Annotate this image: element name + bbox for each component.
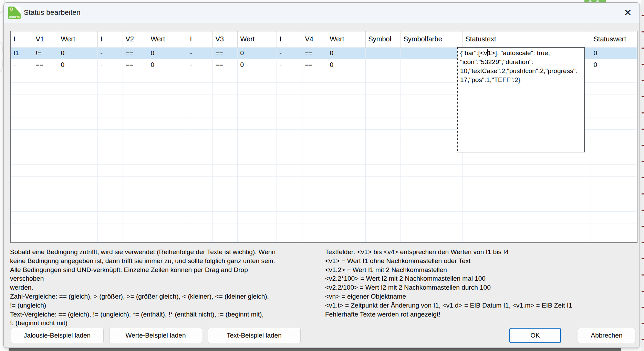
- table-cell[interactable]: [97, 153, 123, 164]
- table-cell[interactable]: [148, 71, 187, 82]
- table-cell[interactable]: [401, 176, 463, 188]
- table-cell[interactable]: [237, 200, 277, 211]
- table-cell[interactable]: [237, 176, 277, 188]
- table-cell[interactable]: -: [11, 59, 33, 71]
- table-cell[interactable]: [148, 164, 187, 176]
- table-cell[interactable]: [237, 235, 277, 243]
- table-cell[interactable]: [591, 211, 637, 223]
- table-cell[interactable]: [327, 235, 365, 243]
- table-cell[interactable]: [97, 82, 123, 94]
- table-cell[interactable]: [365, 106, 401, 118]
- table-cell[interactable]: ==: [123, 59, 148, 71]
- table-cell[interactable]: [33, 188, 58, 200]
- table-cell[interactable]: [33, 118, 58, 129]
- table-cell[interactable]: [365, 153, 401, 164]
- table-cell[interactable]: [327, 118, 365, 129]
- table-cell[interactable]: [591, 94, 637, 106]
- table-cell[interactable]: [302, 82, 327, 94]
- table-cell[interactable]: [212, 223, 237, 235]
- table-cell[interactable]: [401, 82, 463, 94]
- table-cell[interactable]: [33, 106, 58, 118]
- table-cell[interactable]: [58, 188, 97, 200]
- table-cell[interactable]: [365, 82, 401, 94]
- table-cell[interactable]: [591, 223, 637, 235]
- table-cell[interactable]: [187, 164, 212, 176]
- table-cell[interactable]: [58, 223, 97, 235]
- table-cell[interactable]: [237, 82, 277, 94]
- table-cell[interactable]: [463, 164, 591, 176]
- table-cell[interactable]: [237, 164, 277, 176]
- table-cell[interactable]: [33, 82, 58, 94]
- table-cell[interactable]: [463, 188, 591, 200]
- table-row-empty[interactable]: [11, 188, 637, 200]
- table-cell[interactable]: [365, 188, 401, 200]
- table-cell[interactable]: [123, 235, 148, 243]
- table-cell[interactable]: [302, 235, 327, 243]
- table-cell[interactable]: [302, 188, 327, 200]
- table-cell[interactable]: 0: [591, 59, 637, 71]
- table-cell[interactable]: ==: [33, 59, 58, 71]
- table-cell[interactable]: [11, 82, 33, 94]
- table-cell[interactable]: [365, 176, 401, 188]
- table-cell[interactable]: [11, 153, 33, 164]
- table-cell[interactable]: [463, 153, 591, 164]
- table-cell[interactable]: [58, 164, 97, 176]
- table-cell[interactable]: [148, 153, 187, 164]
- table-cell[interactable]: [148, 141, 187, 153]
- table-cell[interactable]: [33, 141, 58, 153]
- table-cell[interactable]: [237, 118, 277, 129]
- table-cell[interactable]: [148, 176, 187, 188]
- table-cell[interactable]: [591, 164, 637, 176]
- table-cell[interactable]: [33, 223, 58, 235]
- table-cell[interactable]: 0: [327, 59, 365, 71]
- table-cell[interactable]: [212, 118, 237, 129]
- table-cell[interactable]: [327, 223, 365, 235]
- table-cell[interactable]: [401, 223, 463, 235]
- table-cell[interactable]: [58, 176, 97, 188]
- table-cell[interactable]: [123, 94, 148, 106]
- table-cell[interactable]: -: [187, 59, 212, 71]
- table-cell[interactable]: [148, 223, 187, 235]
- table-cell[interactable]: [148, 82, 187, 94]
- table-cell[interactable]: [591, 141, 637, 153]
- table-cell[interactable]: [11, 235, 33, 243]
- table-cell[interactable]: [591, 106, 637, 118]
- table-cell[interactable]: [58, 235, 97, 243]
- ok-button[interactable]: OK: [509, 328, 561, 343]
- table-cell[interactable]: [327, 141, 365, 153]
- table-cell[interactable]: [187, 141, 212, 153]
- table-cell[interactable]: [33, 211, 58, 223]
- table-cell[interactable]: [591, 235, 637, 243]
- table-cell[interactable]: [237, 188, 277, 200]
- table-cell[interactable]: [302, 106, 327, 118]
- table-cell[interactable]: [277, 211, 302, 223]
- table-cell[interactable]: [212, 106, 237, 118]
- table-row-empty[interactable]: [11, 200, 637, 211]
- table-cell[interactable]: ==: [302, 59, 327, 71]
- table-cell[interactable]: [187, 235, 212, 243]
- table-cell[interactable]: [302, 223, 327, 235]
- table-cell[interactable]: -: [277, 47, 302, 59]
- table-cell[interactable]: [463, 223, 591, 235]
- table-cell[interactable]: [11, 106, 33, 118]
- text-beispiel-laden-button[interactable]: Text-Beispiel laden: [208, 328, 301, 343]
- table-cell[interactable]: [33, 71, 58, 82]
- table-cell[interactable]: [365, 94, 401, 106]
- table-cell[interactable]: [97, 106, 123, 118]
- table-cell[interactable]: [11, 176, 33, 188]
- table-cell[interactable]: [212, 141, 237, 153]
- table-cell[interactable]: [187, 94, 212, 106]
- table-cell[interactable]: [237, 94, 277, 106]
- table-cell[interactable]: [277, 71, 302, 82]
- table-cell[interactable]: [302, 164, 327, 176]
- table-cell[interactable]: [277, 94, 302, 106]
- table-cell[interactable]: 0: [591, 47, 637, 59]
- table-cell[interactable]: [591, 129, 637, 141]
- table-cell[interactable]: [212, 71, 237, 82]
- table-cell[interactable]: -: [97, 59, 123, 71]
- table-cell[interactable]: [277, 106, 302, 118]
- table-cell[interactable]: [33, 129, 58, 141]
- table-cell[interactable]: [212, 200, 237, 211]
- table-cell[interactable]: [123, 129, 148, 141]
- table-row-empty[interactable]: [11, 235, 637, 243]
